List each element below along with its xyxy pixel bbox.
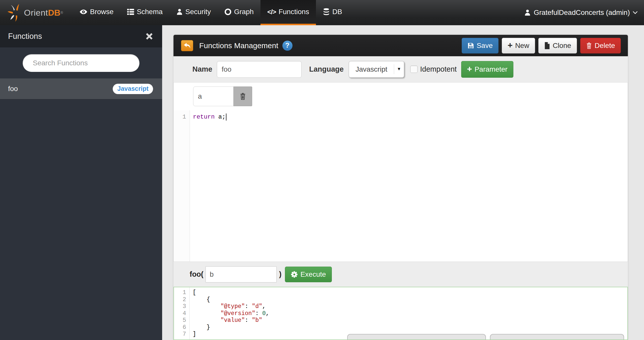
trash-icon [240, 93, 246, 100]
nav-db[interactable]: DB [316, 0, 349, 25]
add-parameter-label: Parameter [475, 65, 508, 73]
language-badge: Javascript [113, 84, 153, 94]
floppy-icon [467, 42, 474, 49]
horizontal-scrollbar-left[interactable] [347, 334, 486, 339]
name-field[interactable] [217, 61, 302, 78]
gear-icon [291, 271, 298, 278]
sidebar-title: Functions [8, 32, 42, 41]
output-editor[interactable]: 1234567 [ { "@type": "d", "@version": 0,… [173, 287, 628, 340]
output-code-lines[interactable]: [ { "@type": "d", "@version": 0, "value"… [193, 289, 627, 338]
argument-field[interactable] [206, 266, 277, 282]
nav-schema-label: Schema [137, 8, 163, 16]
sidebar-header: Functions [0, 25, 162, 47]
nav-functions-label: Functions [279, 8, 309, 16]
nav-browse[interactable]: Browse [73, 0, 120, 25]
close-icon[interactable] [145, 33, 153, 40]
brand-orient: Orient [24, 8, 48, 18]
code-keyword: return [193, 114, 215, 120]
search-input[interactable] [23, 54, 139, 72]
function-list-item[interactable]: foo Javascript [0, 78, 162, 99]
chevron-down-icon [633, 11, 637, 14]
panel-header: Functions Management ? Save + New [173, 35, 628, 56]
user-icon [176, 8, 183, 15]
execute-button[interactable]: Execute [285, 267, 332, 282]
parameter-group [193, 87, 252, 106]
brand-db: DB [48, 8, 61, 18]
parameter-field[interactable] [193, 87, 233, 106]
execute-function-label: foo( [190, 270, 203, 278]
nav-browse-label: Browse [90, 8, 113, 16]
nav-db-label: DB [332, 8, 342, 16]
editor-code-line[interactable]: return a; [193, 113, 628, 121]
main-area: Functions Management ? Save + New [162, 25, 644, 340]
execute-row: foo( ) Execute [173, 262, 628, 287]
clone-label: Clone [553, 42, 571, 50]
language-select[interactable]: Javascript ▼ [349, 61, 404, 78]
text-caret [226, 114, 226, 121]
code-icon: </> [267, 8, 276, 16]
back-button[interactable] [181, 40, 193, 51]
functions-management-panel: Functions Management ? Save + New [173, 35, 628, 340]
clone-button[interactable]: Clone [538, 38, 577, 53]
horizontal-scrollbar-right[interactable] [490, 334, 624, 339]
execute-label: Execute [300, 270, 326, 278]
th-list-icon [127, 9, 134, 15]
language-label: Language [309, 65, 344, 73]
code-editor[interactable]: 1 return a; [173, 110, 628, 262]
remove-parameter-button[interactable] [233, 87, 252, 106]
brand-trademark: ® [61, 11, 63, 15]
orientdb-logo-icon [7, 1, 23, 25]
parameters-area [173, 82, 628, 110]
user-icon [524, 9, 531, 16]
nav-security[interactable]: Security [169, 0, 218, 25]
file-icon [544, 42, 550, 49]
editor-line-number: 1 [174, 113, 186, 121]
page-title: Functions Management [199, 41, 278, 50]
top-navbar: OrientDB® Browse Schema Security Graph [0, 0, 644, 25]
execute-close-paren: ) [279, 270, 282, 278]
function-name: foo [8, 85, 18, 93]
editor-gutter: 1 [174, 110, 190, 262]
new-label: New [515, 42, 529, 50]
database-icon [323, 8, 330, 16]
delete-label: Delete [595, 42, 615, 50]
main-nav: Browse Schema Security Graph </> Functio… [73, 0, 349, 25]
function-form: Name Language Javascript ▼ Idempotent + … [173, 56, 628, 82]
save-label: Save [477, 42, 493, 50]
functions-sidebar: Functions foo Javascript [0, 25, 162, 340]
circle-icon [224, 8, 231, 15]
orientdb-logo[interactable]: OrientDB® [0, 0, 63, 25]
delete-button[interactable]: Delete [580, 38, 621, 53]
caret-down-icon: ▼ [394, 64, 404, 74]
new-button[interactable]: + New [502, 38, 535, 53]
back-icon [183, 42, 191, 49]
nav-schema[interactable]: Schema [120, 0, 169, 25]
idempotent-checkbox[interactable] [410, 66, 418, 73]
trash-icon [586, 42, 592, 49]
help-icon[interactable]: ? [282, 41, 292, 51]
nav-functions[interactable]: </> Functions [260, 0, 316, 25]
nav-graph-label: Graph [234, 8, 254, 16]
toolbar: Save + New Clone Delete [462, 38, 621, 53]
user-menu-label: GratefulDeadConcerts (admin) [534, 9, 630, 17]
eye-icon [79, 9, 87, 15]
nav-graph[interactable]: Graph [218, 0, 260, 25]
code-rest: a; [215, 114, 225, 120]
nav-security-label: Security [185, 8, 211, 16]
idempotent-label: Idempotent [420, 65, 457, 73]
language-select-value: Javascript [349, 65, 394, 73]
sidebar-search-band [0, 47, 162, 78]
user-menu[interactable]: GratefulDeadConcerts (admin) [524, 0, 637, 25]
output-gutter: 1234567 [174, 287, 190, 339]
name-label: Name [192, 65, 212, 73]
save-button[interactable]: Save [462, 38, 499, 53]
add-parameter-button[interactable]: + Parameter [461, 61, 513, 78]
